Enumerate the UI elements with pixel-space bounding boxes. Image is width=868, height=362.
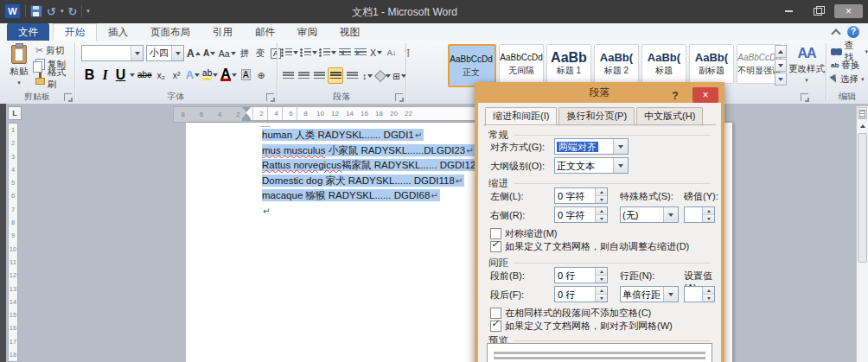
- close-button[interactable]: ×: [834, 4, 863, 18]
- spin-down-icon[interactable]: [596, 295, 607, 302]
- borders-button[interactable]: ⊞: [393, 68, 406, 83]
- align-left-button[interactable]: [281, 68, 295, 83]
- dialog-help-button[interactable]: ?: [667, 86, 683, 105]
- character-shading-button[interactable]: A: [239, 67, 252, 82]
- styles-gallery-expand-button[interactable]: [775, 73, 787, 86]
- document-line[interactable]: Domestic dog 家犬 RADYSKL...... DGDI118↵: [262, 174, 491, 189]
- tab-mailings[interactable]: 邮件: [244, 23, 286, 41]
- sort-button[interactable]: A↓: [385, 45, 399, 60]
- styles-scroll-down-button[interactable]: [775, 59, 787, 72]
- scrollbar-thumb[interactable]: [858, 133, 867, 263]
- find-dropdown-icon[interactable]: ▾: [865, 48, 868, 55]
- spin-up-icon[interactable]: [596, 207, 607, 215]
- underline-button[interactable]: U: [114, 67, 127, 82]
- outline-dropdown-icon[interactable]: [613, 158, 628, 173]
- style-subtitle[interactable]: AaBb( 副标题: [689, 44, 734, 84]
- highlight-button[interactable]: ab: [202, 67, 218, 82]
- tab-home[interactable]: 开始: [53, 23, 97, 41]
- font-size-dropdown-icon[interactable]: [171, 46, 183, 60]
- tab-insert[interactable]: 插入: [97, 23, 139, 41]
- style-title[interactable]: AaBb( 标题: [641, 44, 686, 84]
- space-after-spinner[interactable]: 0 行: [554, 286, 608, 302]
- replace-button[interactable]: ab 替换: [831, 59, 859, 72]
- numbering-button[interactable]: [300, 45, 317, 60]
- style-no-spacing[interactable]: AaBbCcDd 无间隔: [499, 44, 544, 84]
- minimize-button[interactable]: [777, 4, 801, 18]
- spin-up-icon[interactable]: [703, 287, 714, 295]
- undo-dropdown-icon[interactable]: ▾: [61, 8, 64, 15]
- grow-font-button[interactable]: A: [187, 46, 201, 60]
- cut-button[interactable]: ✂ 剪切: [35, 44, 64, 57]
- tab-line-and-page-breaks[interactable]: 换行和分页(P): [558, 107, 635, 126]
- change-styles-button[interactable]: AA 更改样式 ▾: [788, 46, 826, 84]
- spin-down-icon[interactable]: [596, 196, 607, 203]
- text-effects-button[interactable]: A: [186, 67, 200, 82]
- bold-button[interactable]: B: [83, 67, 96, 82]
- find-button[interactable]: 查找 ▾: [831, 45, 868, 58]
- select-dropdown-icon[interactable]: ▾: [861, 76, 865, 83]
- undo-icon[interactable]: ↺: [47, 6, 56, 17]
- indent-right-spinner[interactable]: 0 字符: [554, 206, 608, 223]
- font-color-button[interactable]: A: [220, 67, 237, 82]
- tab-file[interactable]: 文件: [7, 23, 49, 41]
- increase-indent-button[interactable]: [354, 45, 367, 60]
- tab-references[interactable]: 引用: [201, 23, 244, 41]
- shrink-font-button[interactable]: A: [203, 46, 216, 60]
- collapse-ribbon-icon[interactable]: [831, 29, 840, 38]
- document-line[interactable]: mus musculus 小家鼠 RADYSKL......DLGDI23↵: [262, 143, 491, 159]
- tab-view[interactable]: 视图: [329, 23, 371, 41]
- customize-qat-icon[interactable]: ▾: [86, 8, 90, 15]
- asian-layout-button[interactable]: X: [369, 45, 383, 60]
- clipboard-dialog-launcher[interactable]: [64, 93, 72, 101]
- dialog-titlebar[interactable]: 段落: [475, 82, 724, 103]
- dialog-close-button[interactable]: ×: [692, 87, 718, 103]
- v-ruler[interactable]: 123456789101112131415161718: [8, 123, 18, 362]
- document-line[interactable]: ↵: [262, 204, 491, 219]
- tab-asian-typography[interactable]: 中文版式(H): [636, 107, 703, 126]
- decrease-indent-button[interactable]: [338, 45, 352, 60]
- indent-left-spinner[interactable]: 0 字符: [554, 187, 608, 204]
- paragraph-dialog-launcher[interactable]: [395, 93, 403, 101]
- style-heading2[interactable]: AaBb( 标题 2: [594, 44, 639, 84]
- tab-indents-and-spacing[interactable]: 缩进和间距(I): [485, 107, 557, 126]
- paste-dropdown-icon[interactable]: ▾: [17, 79, 21, 86]
- word-logo-icon[interactable]: W: [4, 3, 21, 19]
- format-painter-button[interactable]: 格式刷: [35, 72, 74, 85]
- alignment-dropdown-icon[interactable]: [613, 139, 628, 154]
- ruler-toggle-button[interactable]: [858, 107, 867, 119]
- spacing-at-spinner[interactable]: [684, 286, 715, 302]
- tab-page-layout[interactable]: 页面布局: [139, 23, 201, 41]
- phonetic-guide-button[interactable]: 拼: [239, 46, 252, 60]
- justify-button[interactable]: [328, 67, 343, 84]
- document-text[interactable]: human 人类 RADYSKL...... DGDI1↵ mus muscul…: [262, 128, 491, 219]
- enclose-characters-button[interactable]: ⊕: [255, 67, 268, 82]
- change-styles-dropdown-icon[interactable]: ▾: [805, 77, 808, 84]
- styles-dialog-launcher[interactable]: [801, 93, 808, 101]
- styles-scroll-up-button[interactable]: [775, 45, 787, 58]
- special-format-combo[interactable]: (无): [620, 206, 679, 223]
- help-icon[interactable]: ?: [847, 26, 859, 38]
- spin-up-icon[interactable]: [596, 188, 607, 196]
- mirror-indents-checkbox[interactable]: 对称缩进(M): [490, 228, 558, 239]
- subscript-button[interactable]: x₂: [155, 67, 168, 82]
- strikethrough-button[interactable]: abe: [137, 67, 152, 82]
- spin-down-icon[interactable]: [703, 295, 714, 302]
- character-scaling-button[interactable]: 变: [254, 46, 267, 60]
- select-button[interactable]: 选择 ▾: [831, 73, 865, 86]
- italic-button[interactable]: I: [99, 67, 112, 82]
- multilevel-list-button[interactable]: [319, 45, 336, 60]
- vertical-scrollbar[interactable]: [856, 106, 868, 362]
- bullets-button[interactable]: [281, 45, 298, 60]
- alignment-combo[interactable]: 两端对齐: [554, 138, 629, 155]
- special-format-dropdown-icon[interactable]: [663, 207, 678, 222]
- superscript-button[interactable]: x²: [170, 67, 183, 82]
- line-spacing-button[interactable]: ↕: [361, 68, 374, 83]
- tab-review[interactable]: 审阅: [286, 23, 329, 41]
- align-center-button[interactable]: [297, 68, 310, 83]
- spin-down-icon[interactable]: [596, 215, 607, 222]
- style-normal[interactable]: AaBbCcDd 正文: [448, 44, 496, 87]
- auto-adjust-indent-checkbox[interactable]: ✓ 如果定义了文档网格，则自动调整右缩进(D): [490, 241, 689, 252]
- space-before-spinner[interactable]: 0 行: [554, 267, 608, 283]
- spin-down-icon[interactable]: [703, 215, 714, 222]
- first-line-indent-marker[interactable]: [242, 107, 251, 112]
